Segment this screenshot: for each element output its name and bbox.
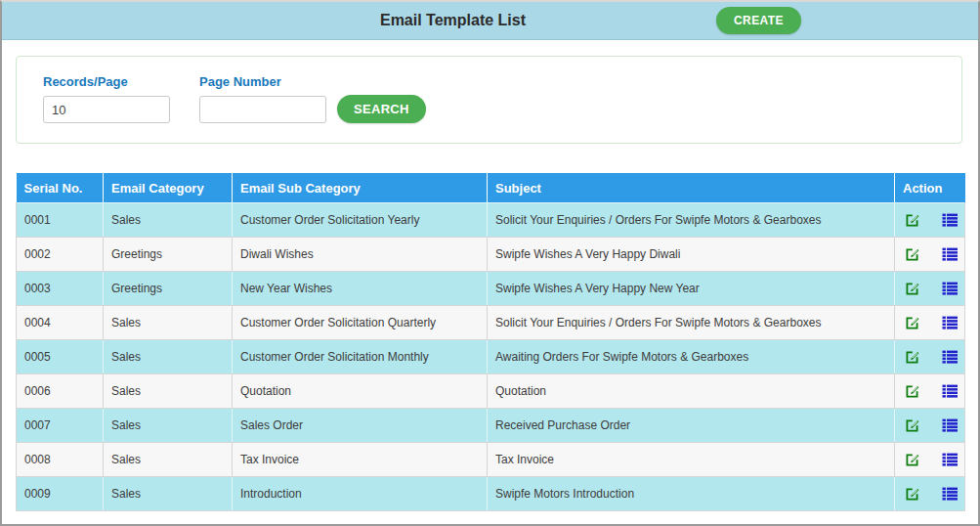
table-row: 0003 Greetings New Year Wishes Swipfe Wi… (17, 272, 965, 306)
page-number-label: Page Number (199, 74, 326, 89)
action-cell (895, 477, 965, 511)
table-row: 0007 Sales Sales Order Received Purchase… (17, 409, 965, 443)
subject-cell: Swipfe Wishes A Very Happy New Year (488, 272, 895, 306)
serial-cell: 0008 (17, 443, 104, 477)
create-button[interactable]: CREATE (716, 7, 801, 34)
page-header-bar: Email Template List CREATE (2, 2, 978, 40)
edit-icon[interactable] (905, 452, 920, 467)
email-template-table: Serial No. Email Category Email Sub Cate… (16, 173, 965, 511)
serial-cell: 0006 (17, 374, 104, 409)
subject-cell: Tax Invoice (488, 443, 895, 477)
column-header-subject: Subject (488, 173, 895, 203)
email-template-list-page: Email Template List CREATE Records/Page … (0, 0, 980, 526)
table-body: 0001 Sales Customer Order Solicitation Y… (17, 203, 965, 511)
email-category-cell: Greetings (104, 272, 233, 306)
email-sub-category-cell: Quotation (233, 374, 488, 409)
list-icon[interactable] (942, 383, 958, 399)
email-sub-category-cell: Tax Invoice (233, 443, 488, 477)
records-per-page-label: Records/Page (43, 74, 170, 89)
list-icon[interactable] (942, 315, 958, 330)
email-category-cell: Sales (104, 443, 233, 477)
table-header-row: Serial No. Email Category Email Sub Cate… (17, 173, 965, 203)
serial-cell: 0005 (17, 340, 104, 374)
serial-cell: 0003 (17, 272, 104, 306)
column-header-serial: Serial No. (17, 173, 104, 203)
email-sub-category-cell: Sales Order (233, 409, 488, 443)
search-button[interactable]: SEARCH (337, 95, 426, 123)
action-cell (895, 272, 965, 306)
list-icon[interactable] (942, 417, 958, 433)
serial-cell: 0007 (17, 409, 104, 443)
email-sub-category-cell: Diwali Wishes (233, 238, 488, 272)
edit-icon[interactable] (905, 349, 920, 365)
edit-icon[interactable] (905, 383, 920, 399)
list-icon[interactable] (942, 281, 958, 296)
edit-icon[interactable] (905, 246, 920, 262)
email-category-cell: Sales (104, 409, 233, 443)
column-header-action: Action (895, 173, 965, 203)
serial-cell: 0004 (17, 306, 104, 340)
column-header-email-category: Email Category (104, 173, 233, 203)
edit-icon[interactable] (905, 212, 920, 228)
action-cell (895, 203, 965, 238)
action-cell (895, 340, 965, 374)
records-per-page-field: Records/Page (43, 74, 170, 123)
email-category-cell: Sales (104, 477, 233, 511)
email-sub-category-cell: New Year Wishes (233, 272, 488, 306)
subject-cell: Solicit Your Enquiries / Orders For Swip… (488, 306, 895, 340)
serial-cell: 0001 (17, 203, 104, 238)
table-row: 0002 Greetings Diwali Wishes Swipfe Wish… (17, 238, 965, 272)
table-row: 0006 Sales Quotation Quotation (17, 374, 965, 409)
subject-cell: Solicit Your Enquiries / Orders For Swip… (488, 203, 895, 238)
edit-icon[interactable] (905, 417, 920, 433)
subject-cell: Swipfe Motors Introduction (488, 477, 895, 511)
page-number-input[interactable] (199, 96, 326, 123)
email-sub-category-cell: Customer Order Solicitation Monthly (233, 340, 488, 374)
search-panel: Records/Page Page Number SEARCH (16, 56, 962, 144)
subject-cell: Quotation (488, 374, 895, 409)
edit-icon[interactable] (905, 486, 920, 502)
page-title: Email Template List (380, 12, 526, 29)
page-number-field: Page Number (199, 74, 326, 123)
list-icon[interactable] (942, 212, 958, 228)
action-cell (895, 409, 965, 443)
column-header-email-sub-category: Email Sub Category (233, 173, 488, 203)
records-per-page-input[interactable] (43, 96, 170, 123)
subject-cell: Swipfe Wishes A Very Happy Diwali (488, 238, 895, 272)
email-sub-category-cell: Customer Order Solicitation Quarterly (233, 306, 488, 340)
email-sub-category-cell: Customer Order Solicitation Yearly (233, 203, 488, 238)
email-category-cell: Sales (104, 340, 233, 374)
table-row: 0001 Sales Customer Order Solicitation Y… (17, 203, 965, 238)
list-icon[interactable] (942, 452, 958, 467)
serial-cell: 0009 (17, 477, 104, 511)
action-cell (895, 374, 965, 409)
email-category-cell: Sales (104, 203, 233, 238)
serial-cell: 0002 (17, 238, 104, 272)
email-category-cell: Greetings (104, 238, 233, 272)
email-category-cell: Sales (104, 306, 233, 340)
subject-cell: Awaiting Orders For Swipfe Motors & Gear… (488, 340, 895, 374)
table-row: 0004 Sales Customer Order Solicitation Q… (17, 306, 965, 340)
email-sub-category-cell: Introduction (233, 477, 488, 511)
action-cell (895, 443, 965, 477)
edit-icon[interactable] (905, 315, 920, 330)
action-cell (895, 238, 965, 272)
table-row: 0005 Sales Customer Order Solicitation M… (17, 340, 965, 374)
edit-icon[interactable] (905, 281, 920, 296)
table-row: 0008 Sales Tax Invoice Tax Invoice (17, 443, 965, 477)
list-icon[interactable] (942, 486, 958, 502)
table-row: 0009 Sales Introduction Swipfe Motors In… (17, 477, 965, 511)
subject-cell: Received Purchase Order (488, 409, 895, 443)
email-category-cell: Sales (104, 374, 233, 409)
list-icon[interactable] (942, 349, 958, 365)
action-cell (895, 306, 965, 340)
list-icon[interactable] (942, 246, 958, 262)
